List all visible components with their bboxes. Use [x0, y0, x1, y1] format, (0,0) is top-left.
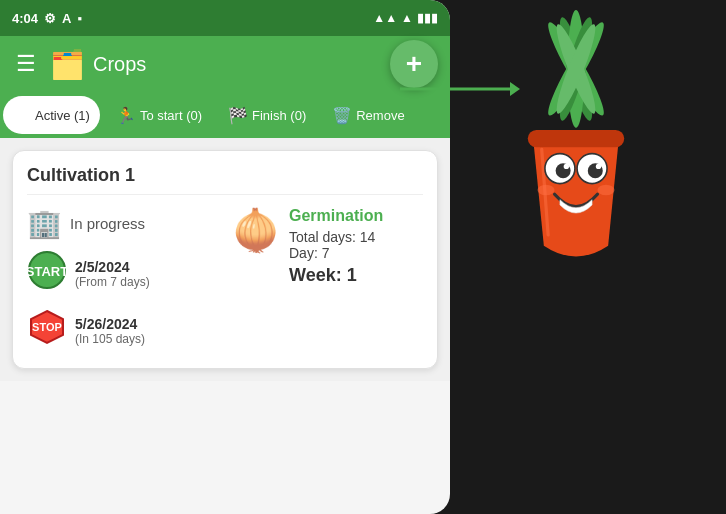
content-area: Cultivation 1 🏢 In progress START	[0, 138, 450, 381]
start-badge-icon: START	[27, 250, 67, 297]
svg-text:STOP: STOP	[32, 321, 62, 333]
tab-tostart[interactable]: 🏃 To start (0)	[106, 96, 212, 134]
active-tab-icon	[13, 104, 31, 126]
tab-active-label: Active (1)	[35, 108, 90, 123]
svg-marker-5	[510, 82, 520, 96]
stop-badge-icon: STOP	[27, 307, 67, 354]
wifi-icon: ▲	[401, 11, 413, 25]
start-date-row: START 2/5/2024 (From 7 days)	[27, 250, 219, 297]
germination-section: 🧅 Germination Total days: 14 Day: 7 Week…	[231, 207, 423, 286]
germination-title: Germination	[289, 207, 383, 225]
start-date: 2/5/2024	[75, 259, 150, 275]
start-date-info: 2/5/2024 (From 7 days)	[75, 259, 150, 289]
phone-screen: 4:04 ⚙ A ▪ ▲▲ ▲ ▮▮▮ ☰ 🗂️ Crops + Active …	[0, 0, 450, 514]
start-date-sub: (From 7 days)	[75, 275, 150, 289]
finish-tab-icon: 🏁	[228, 106, 248, 125]
tab-tostart-label: To start (0)	[140, 108, 202, 123]
app-bar-title: 🗂️ Crops	[50, 48, 380, 81]
arrow-pointer	[390, 74, 520, 104]
svg-text:START: START	[27, 264, 67, 279]
tab-active[interactable]: Active (1)	[3, 96, 100, 134]
status-text: In progress	[70, 215, 145, 232]
svg-point-20	[537, 185, 554, 196]
stop-date: 5/26/2024	[75, 316, 145, 332]
card-left: 🏢 In progress START 2/5/2024 (From	[27, 207, 219, 354]
tab-finish-label: Finish (0)	[252, 108, 306, 123]
svg-point-18	[564, 164, 569, 169]
card-body: 🏢 In progress START 2/5/2024 (From	[27, 207, 423, 354]
stop-date-row: STOP 5/26/2024 (In 105 days)	[27, 307, 219, 354]
settings-icon: ⚙	[44, 11, 56, 26]
cultivation-card[interactable]: Cultivation 1 🏢 In progress START	[12, 150, 438, 369]
plant-icon: 🧅	[231, 207, 281, 254]
status-row: 🏢 In progress	[27, 207, 219, 240]
app-title: Crops	[93, 53, 146, 76]
signal-icon: ▲▲	[373, 11, 397, 25]
card-title: Cultivation 1	[27, 165, 423, 195]
tabs-bar: Active (1) 🏃 To start (0) 🏁 Finish (0) 🗑…	[0, 92, 450, 138]
time-display: 4:04	[12, 11, 38, 26]
mascot-svg	[466, 10, 686, 310]
current-day: Day: 7	[289, 245, 383, 261]
tab-removed-label: Remove	[356, 108, 404, 123]
status-bar-left: 4:04 ⚙ A ▪	[12, 11, 82, 26]
building-icon: 🏢	[27, 207, 62, 240]
svg-point-21	[597, 185, 614, 196]
accessibility-icon: A	[62, 11, 71, 26]
current-week: Week: 1	[289, 265, 383, 286]
svg-point-19	[596, 164, 601, 169]
folder-icon: 🗂️	[50, 48, 85, 81]
stop-date-info: 5/26/2024 (In 105 days)	[75, 316, 145, 346]
mascot-area	[446, 10, 706, 360]
leaves	[542, 10, 610, 128]
card-right: 🧅 Germination Total days: 14 Day: 7 Week…	[231, 207, 423, 354]
battery-icon: ▮▮▮	[417, 11, 438, 25]
status-bar-right: ▲▲ ▲ ▮▮▮	[373, 11, 438, 25]
tostart-tab-icon: 🏃	[116, 106, 136, 125]
status-bar: 4:04 ⚙ A ▪ ▲▲ ▲ ▮▮▮	[0, 0, 450, 36]
hamburger-menu-icon[interactable]: ☰	[12, 47, 40, 81]
germination-text-block: Germination Total days: 14 Day: 7 Week: …	[289, 207, 383, 286]
app-bar: ☰ 🗂️ Crops +	[0, 36, 450, 92]
total-days: Total days: 14	[289, 229, 383, 245]
sim-icon: ▪	[77, 11, 82, 26]
removed-tab-icon: 🗑️	[332, 106, 352, 125]
stop-date-sub: (In 105 days)	[75, 332, 145, 346]
tab-finish[interactable]: 🏁 Finish (0)	[218, 96, 316, 134]
svg-rect-13	[528, 130, 624, 147]
